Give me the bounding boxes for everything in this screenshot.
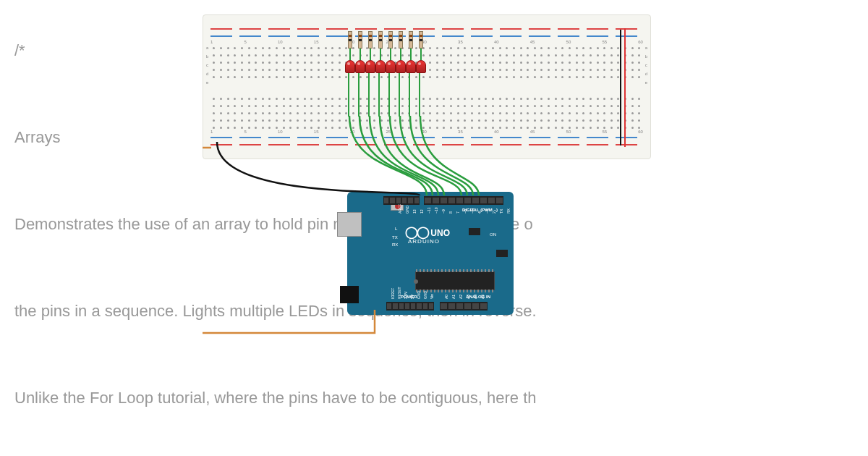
led-red <box>406 60 416 73</box>
pin-label-digital: GND <box>405 206 409 214</box>
digital-header-right <box>424 196 503 205</box>
power-jack <box>340 286 359 303</box>
resistor-lead <box>400 48 401 60</box>
pin-label-analog: A3 <box>466 295 470 299</box>
power-rail-bottom-negative <box>210 137 643 138</box>
pin-label-digital: 12 <box>420 209 424 214</box>
power-header <box>386 302 434 311</box>
led-lead <box>368 73 370 117</box>
pin-label-digital: ~11 <box>427 208 431 214</box>
power-rail-top-positive <box>210 28 643 30</box>
resistor-lead <box>380 48 381 60</box>
resistor <box>419 31 423 48</box>
resistor <box>358 31 362 48</box>
resistor-lead <box>370 48 371 60</box>
tie-points-top <box>210 44 643 80</box>
led-red <box>365 60 375 73</box>
power-rail-top-negative <box>210 35 643 37</box>
led-red <box>355 60 365 73</box>
led-red <box>386 60 396 73</box>
arduino-uno-board: ◯◯ UNO ARDUINO DIGITAL (PWM ~) POWER ANA… <box>347 192 514 315</box>
arduino-brand-text: ARDUINO <box>408 238 440 245</box>
resistor-lead <box>359 48 361 60</box>
led-lead <box>358 73 359 117</box>
resistor <box>409 31 413 48</box>
led-red <box>416 60 426 73</box>
pin-label-analog: A2 <box>459 295 463 299</box>
led-red <box>345 60 355 73</box>
pin-label-power: 3.3V <box>404 292 408 299</box>
code-line: Unlike the For Loop tutorial, where the … <box>14 376 537 420</box>
led-l-label: L <box>395 227 397 231</box>
led-lead <box>399 73 400 117</box>
pin-label-power: Vin <box>430 294 434 299</box>
pin-label-digital: 8 <box>448 211 453 214</box>
led-tx-label: TX <box>392 235 398 240</box>
resistor-lead <box>349 48 351 60</box>
analog-header <box>440 302 488 311</box>
resistor <box>368 31 373 48</box>
pin-label-analog: A5 <box>480 295 485 299</box>
pin-label-digital: 7 <box>456 211 460 214</box>
power-rail-bottom-positive <box>210 144 643 145</box>
pin-label-digital: TX <box>499 209 503 214</box>
led-lead <box>348 73 349 117</box>
pin-label-digital: 13 <box>412 209 417 214</box>
code-line <box>14 333 537 376</box>
resistor-lead <box>410 48 412 60</box>
pin-label-power: RESET <box>397 287 401 299</box>
on-led-label: ON <box>490 232 496 237</box>
pin-label-digital: ~3 <box>485 209 489 214</box>
led-red <box>396 60 406 73</box>
pin-label-digital: RX <box>506 208 511 214</box>
resistor <box>399 31 403 48</box>
row-labels-right: abcde <box>645 46 647 85</box>
arduino-logo: ◯◯ UNO <box>405 225 450 239</box>
breadboard: 151015202530354045505560 abcde abcde 151… <box>203 14 651 159</box>
pin-label-analog: A1 <box>451 295 456 299</box>
led-lead <box>378 73 380 117</box>
chip-notch-icon <box>414 279 418 284</box>
pin-label-digital: 4 <box>477 211 482 214</box>
tie-points-bottom <box>210 95 643 131</box>
led-lead <box>388 73 390 117</box>
pin-label-digital: AREF <box>398 204 402 214</box>
pin-label-power: GND <box>417 291 421 299</box>
atmega-chip <box>415 271 495 290</box>
resistor <box>388 31 393 48</box>
resistor-lead <box>390 48 391 60</box>
infinity-icon: ◯◯ <box>405 226 428 238</box>
pin-label-power: 5V <box>410 295 414 299</box>
column-ticks-bottom: 151015202530354045505560 <box>210 130 643 134</box>
usb-port <box>337 212 362 237</box>
pin-label-digital: ~10 <box>434 208 438 214</box>
pin-label-power: GND <box>423 291 427 299</box>
icsp-header-top <box>469 228 480 235</box>
pin-label-analog: A0 <box>444 295 448 299</box>
resistor-lead <box>420 48 422 60</box>
resistor <box>348 31 352 48</box>
resistor <box>378 31 383 48</box>
circuit-diagram: 151015202530354045505560 abcde abcde 151… <box>203 14 651 159</box>
rail-jumper-black <box>620 30 621 145</box>
row-labels-left: abcde <box>206 46 208 85</box>
pin-label-power: IOREF <box>391 288 395 299</box>
icsp-header-side <box>496 250 508 257</box>
led-lead <box>419 73 420 117</box>
pin-label-analog: A4 <box>473 295 477 299</box>
code-line <box>14 420 537 456</box>
pin-label-digital: ~6 <box>463 209 467 214</box>
led-red <box>375 60 386 73</box>
led-rx-label: RX <box>392 242 398 247</box>
pin-label-digital: ~5 <box>470 209 475 214</box>
pin-label-digital: 2 <box>492 211 496 214</box>
pin-label-digital: ~9 <box>441 209 446 214</box>
rail-jumper-red <box>624 28 626 147</box>
led-lead <box>409 73 410 117</box>
